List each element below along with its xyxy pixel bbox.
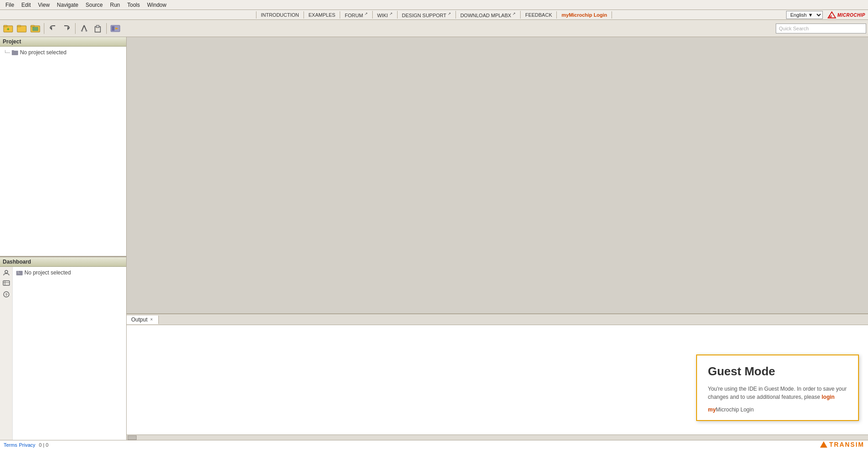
menu-window[interactable]: Window: [143, 1, 170, 9]
undo-button[interactable]: [47, 22, 59, 35]
terms-links: Terms Privacy: [4, 442, 35, 448]
output-tab-label: Output: [131, 317, 147, 323]
dashboard-icon-2[interactable]: [2, 279, 10, 288]
bottom-status-bar: Terms Privacy 0 | 0 TRANSIM: [0, 440, 868, 449]
nav-bar: INTRODUCTION EXAMPLES FORUM ↗ WIKI ↗ DES…: [0, 10, 868, 20]
menu-file[interactable]: File: [2, 1, 18, 9]
main-layout: Project └─ No project selected Dashboard: [0, 37, 868, 440]
dashboard-tree-root: No project selected: [14, 269, 124, 277]
paste-button[interactable]: [91, 22, 104, 35]
search-box[interactable]: [776, 24, 866, 33]
dashboard-panel-header: Dashboard: [0, 257, 126, 267]
svg-rect-9: [33, 27, 38, 31]
redo-button[interactable]: [60, 22, 73, 35]
project-tree-root: └─ No project selected: [2, 48, 124, 57]
output-panel: Output × Guest Mode You're using the IDE…: [127, 313, 868, 440]
svg-text:?: ?: [5, 293, 8, 297]
guest-mode-login-link[interactable]: login: [822, 394, 835, 400]
output-body: Guest Mode You're using the IDE in Guest…: [127, 325, 868, 435]
dashboard-icon-1[interactable]: [2, 269, 10, 277]
project-panel-title: Project: [3, 38, 21, 45]
svg-rect-8: [31, 25, 34, 27]
transim-logo: TRANSIM: [820, 441, 864, 448]
guest-mode-my-prefix: my: [708, 406, 716, 413]
output-tab[interactable]: Output ×: [127, 316, 159, 324]
svg-rect-17: [96, 25, 99, 28]
center-area: Output × Guest Mode You're using the IDE…: [127, 37, 868, 440]
microchip-logo: M MICROCHIP: [825, 11, 868, 19]
nav-examples[interactable]: EXAMPLES: [304, 11, 340, 19]
guest-mode-popup: Guest Mode You're using the IDE in Guest…: [696, 354, 859, 421]
svg-text:+: +: [7, 27, 9, 32]
dashboard-no-project-label: No project selected: [24, 269, 71, 276]
save-all-button[interactable]: [29, 22, 42, 35]
nav-feedback[interactable]: FEEDBACK: [521, 11, 557, 19]
menu-edit[interactable]: Edit: [18, 1, 34, 9]
editor-area: [127, 37, 868, 313]
program-button[interactable]: [109, 22, 122, 35]
menu-bar: File Edit View Navigate Source Run Tools…: [0, 0, 868, 10]
separator-2: [75, 23, 76, 34]
nav-right: English ▼ M MICROCHIP: [786, 10, 868, 20]
dashboard-panel: Dashboard: [0, 257, 126, 440]
svg-point-23: [5, 270, 8, 273]
cut-button[interactable]: [78, 22, 90, 35]
separator-3: [106, 23, 107, 34]
menu-run[interactable]: Run: [106, 1, 123, 9]
nav-wiki[interactable]: WIKI ↗: [373, 11, 398, 19]
language-select[interactable]: English ▼: [786, 11, 823, 19]
svg-rect-22: [12, 50, 14, 52]
guest-mode-microchip-suffix: Microchip Login: [716, 406, 754, 413]
new-project-button[interactable]: +: [2, 22, 14, 35]
guest-mode-description: You're using the IDE in Guest Mode. In o…: [708, 385, 847, 401]
tree-expand-icon: └─: [4, 50, 10, 55]
nav-design-support[interactable]: DESIGN SUPPORT ↗: [398, 11, 456, 19]
transim-logo-text: TRANSIM: [829, 441, 864, 448]
menu-navigate[interactable]: Navigate: [53, 1, 82, 9]
privacy-link[interactable]: Privacy: [19, 442, 35, 448]
toolbar: +: [0, 20, 868, 37]
project-panel-body: └─ No project selected: [0, 47, 126, 256]
guest-mode-title: Guest Mode: [708, 364, 847, 378]
dashboard-icon-3[interactable]: ?: [2, 290, 10, 298]
svg-rect-6: [17, 25, 21, 27]
menu-tools[interactable]: Tools: [123, 1, 143, 9]
open-project-button[interactable]: [15, 22, 28, 35]
nav-forum[interactable]: FORUM ↗: [340, 11, 372, 19]
nav-my-microchip-login[interactable]: myMicrochip Login: [557, 11, 612, 19]
dashboard-panel-title: Dashboard: [3, 259, 31, 265]
svg-rect-24: [3, 281, 9, 285]
output-tab-bar: Output ×: [127, 314, 868, 325]
left-panels: Project └─ No project selected Dashboard: [0, 37, 127, 440]
svg-point-15: [85, 30, 87, 32]
separator-1: [44, 23, 44, 34]
search-input[interactable]: [779, 26, 863, 31]
dashboard-project-icon: [16, 269, 23, 276]
menu-view[interactable]: View: [34, 1, 53, 9]
nav-introduction[interactable]: INTRODUCTION: [256, 11, 304, 19]
dashboard-panel-body: No project selected: [13, 267, 126, 440]
menu-source[interactable]: Source: [82, 1, 106, 9]
project-panel-header: Project: [0, 37, 126, 47]
project-folder-icon: [12, 49, 18, 56]
output-horizontal-scrollbar[interactable]: [127, 435, 868, 440]
output-tab-close-button[interactable]: ×: [149, 317, 154, 322]
transim-triangle-icon: [820, 441, 827, 448]
svg-rect-19: [112, 26, 114, 31]
dashboard-sidebar-icons: ?: [0, 267, 13, 440]
guest-mode-login-line: myMicrochip Login: [708, 406, 847, 413]
svg-text:M: M: [829, 15, 832, 18]
no-project-label: No project selected: [20, 49, 66, 56]
svg-point-14: [81, 30, 83, 32]
terms-link[interactable]: Terms: [4, 442, 17, 448]
counter-badge: 0 | 0: [39, 442, 48, 448]
nav-download-mplabx[interactable]: DOWNLOAD MPLABX ↗: [456, 11, 521, 19]
project-panel: Project └─ No project selected: [0, 37, 126, 257]
